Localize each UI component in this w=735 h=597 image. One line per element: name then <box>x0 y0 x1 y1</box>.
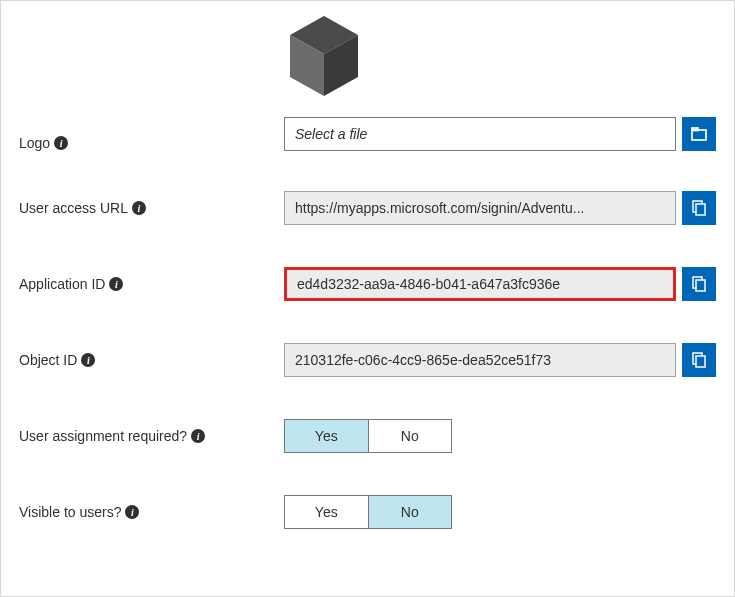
user-assignment-required-label-wrap: User assignment required? i <box>19 428 284 444</box>
browse-button[interactable] <box>682 117 716 151</box>
properties-panel: Logo i Select a file <box>0 0 735 597</box>
object-id-value: 210312fe-c06c-4cc9-865e-dea52ce51f73 <box>284 343 676 377</box>
logo-label-wrap: Logo i <box>19 135 284 151</box>
logo-label: Logo <box>19 135 50 151</box>
cube-icon <box>284 12 364 102</box>
user-access-url-value: https://myapps.microsoft.com/signin/Adve… <box>284 191 676 225</box>
visible-to-users-toggle: Yes No <box>284 495 452 529</box>
info-icon[interactable]: i <box>109 277 123 291</box>
logo-row: Logo i Select a file <box>19 7 716 151</box>
svg-rect-6 <box>696 204 705 215</box>
application-id-value: ed4d3232-aa9a-4846-b041-a647a3fc936e <box>284 267 676 301</box>
logo-preview <box>284 7 364 107</box>
user-assignment-required-label: User assignment required? <box>19 428 187 444</box>
svg-rect-10 <box>696 356 705 367</box>
toggle-no[interactable]: No <box>368 420 452 452</box>
toggle-yes[interactable]: Yes <box>285 420 368 452</box>
visible-to-users-row: Visible to users? i Yes No <box>19 495 716 529</box>
copy-user-access-url-button[interactable] <box>682 191 716 225</box>
application-id-label: Application ID <box>19 276 105 292</box>
copy-application-id-button[interactable] <box>682 267 716 301</box>
info-icon[interactable]: i <box>132 201 146 215</box>
object-id-label: Object ID <box>19 352 77 368</box>
info-icon[interactable]: i <box>191 429 205 443</box>
application-id-label-wrap: Application ID i <box>19 276 284 292</box>
user-access-url-label: User access URL <box>19 200 128 216</box>
folder-icon <box>690 125 708 143</box>
info-icon[interactable]: i <box>81 353 95 367</box>
file-placeholder: Select a file <box>295 126 367 142</box>
logo-field: Select a file <box>284 7 716 151</box>
copy-icon <box>690 275 708 293</box>
info-icon[interactable]: i <box>54 136 68 150</box>
user-assignment-required-row: User assignment required? i Yes No <box>19 419 716 453</box>
visible-to-users-label: Visible to users? <box>19 504 121 520</box>
copy-object-id-button[interactable] <box>682 343 716 377</box>
object-id-label-wrap: Object ID i <box>19 352 284 368</box>
user-access-url-label-wrap: User access URL i <box>19 200 284 216</box>
copy-icon <box>690 351 708 369</box>
object-id-row: Object ID i 210312fe-c06c-4cc9-865e-dea5… <box>19 343 716 377</box>
svg-rect-3 <box>692 130 706 140</box>
toggle-no[interactable]: No <box>368 496 452 528</box>
file-select-input[interactable]: Select a file <box>284 117 676 151</box>
visible-to-users-label-wrap: Visible to users? i <box>19 504 284 520</box>
copy-icon <box>690 199 708 217</box>
toggle-yes[interactable]: Yes <box>285 496 368 528</box>
application-id-row: Application ID i ed4d3232-aa9a-4846-b041… <box>19 267 716 301</box>
user-access-url-row: User access URL i https://myapps.microso… <box>19 191 716 225</box>
svg-rect-8 <box>696 280 705 291</box>
user-assignment-required-toggle: Yes No <box>284 419 452 453</box>
info-icon[interactable]: i <box>125 505 139 519</box>
